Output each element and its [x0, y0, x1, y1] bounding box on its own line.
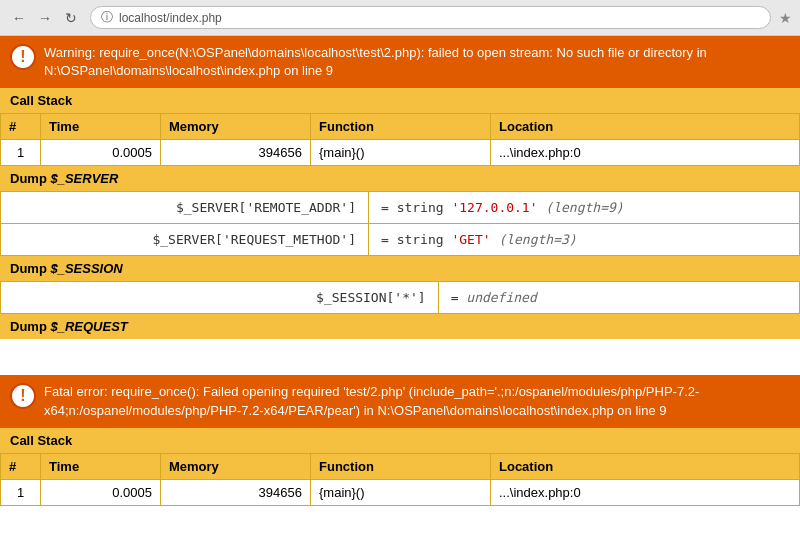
dump-session-table: $_SESSION['*'] = undefined	[0, 281, 800, 314]
list-item: $_SERVER['REQUEST_METHOD'] = string 'GET…	[1, 224, 800, 256]
warning-text: Warning: require_once(N:\OSPanel\domains…	[44, 44, 707, 80]
server-request-method-val: = string 'GET' (length=3)	[368, 224, 799, 256]
favicon-icon: ⓘ	[101, 9, 113, 26]
row-function-2: {main}()	[311, 479, 491, 505]
server-remote-addr-val: = string '127.0.0.1' (length=9)	[368, 192, 799, 224]
row-memory: 394656	[161, 140, 311, 166]
bookmark-button[interactable]: ★	[779, 10, 792, 26]
row-num-2: 1	[1, 479, 41, 505]
warning-icon: !	[10, 44, 36, 70]
reload-button[interactable]: ↻	[60, 7, 82, 29]
row-location-2: ...\index.php:0	[491, 479, 800, 505]
url-text: localhost/index.php	[119, 11, 222, 25]
col-header-location: Location	[491, 114, 800, 140]
browser-chrome: ← → ↻ ⓘ localhost/index.php ★	[0, 0, 800, 36]
table-row: 1 0.0005 394656 {main}() ...\index.php:0	[1, 140, 800, 166]
col-header-location-2: Location	[491, 453, 800, 479]
warning-banner: ! Warning: require_once(N:\OSPanel\domai…	[0, 36, 800, 88]
dump-server-label: $_SERVER	[50, 171, 118, 186]
table-row: 1 0.0005 394656 {main}() ...\index.php:0	[1, 479, 800, 505]
session-val: = undefined	[438, 282, 799, 314]
col-header-time-2: Time	[41, 453, 161, 479]
col-header-function: Function	[311, 114, 491, 140]
dump-request-header: Dump $_REQUEST	[0, 314, 800, 339]
session-key: $_SESSION['*']	[1, 282, 439, 314]
back-button[interactable]: ←	[8, 7, 30, 29]
row-function: {main}()	[311, 140, 491, 166]
col-header-num: #	[1, 114, 41, 140]
call-stack-header-1: Call Stack	[0, 88, 800, 113]
call-stack-table-1: # Time Memory Function Location 1 0.0005…	[0, 113, 800, 166]
col-header-function-2: Function	[311, 453, 491, 479]
dump-server-table: $_SERVER['REMOTE_ADDR'] = string '127.0.…	[0, 191, 800, 256]
row-location: ...\index.php:0	[491, 140, 800, 166]
call-stack-table-2: # Time Memory Function Location 1 0.0005…	[0, 453, 800, 506]
row-memory-2: 394656	[161, 479, 311, 505]
dump-session-label: $_SESSION	[50, 261, 122, 276]
spacer	[0, 357, 800, 375]
address-bar[interactable]: ⓘ localhost/index.php	[90, 6, 771, 29]
dump-session-header: Dump $_SESSION	[0, 256, 800, 281]
fatal-error-block: ! Fatal error: require_once(): Failed op…	[0, 375, 800, 505]
page-content: ! Warning: require_once(N:\OSPanel\domai…	[0, 36, 800, 556]
row-time: 0.0005	[41, 140, 161, 166]
dump-request-label: $_REQUEST	[50, 319, 127, 334]
fatal-icon: !	[10, 383, 36, 409]
col-header-num-2: #	[1, 453, 41, 479]
nav-buttons: ← → ↻	[8, 7, 82, 29]
fatal-text: Fatal error: require_once(): Failed open…	[44, 383, 790, 419]
col-header-memory-2: Memory	[161, 453, 311, 479]
call-stack-header-2: Call Stack	[0, 428, 800, 453]
row-num: 1	[1, 140, 41, 166]
dump-server-header: Dump $_SERVER	[0, 166, 800, 191]
fatal-banner: ! Fatal error: require_once(): Failed op…	[0, 375, 800, 427]
server-request-method-key: $_SERVER['REQUEST_METHOD']	[1, 224, 369, 256]
list-item: $_SERVER['REMOTE_ADDR'] = string '127.0.…	[1, 192, 800, 224]
col-header-time: Time	[41, 114, 161, 140]
warning-error-block: ! Warning: require_once(N:\OSPanel\domai…	[0, 36, 800, 339]
server-remote-addr-key: $_SERVER['REMOTE_ADDR']	[1, 192, 369, 224]
forward-button[interactable]: →	[34, 7, 56, 29]
row-time-2: 0.0005	[41, 479, 161, 505]
col-header-memory: Memory	[161, 114, 311, 140]
list-item: $_SESSION['*'] = undefined	[1, 282, 800, 314]
